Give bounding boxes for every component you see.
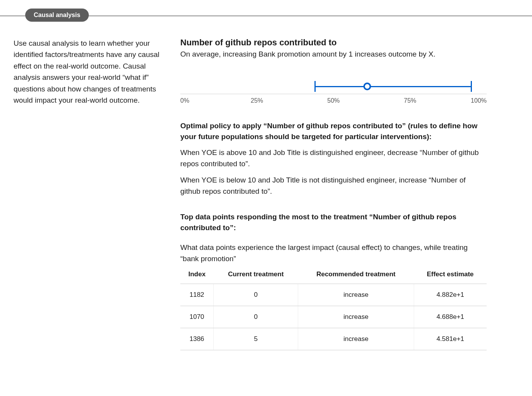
table-header-row: Index Current treatment Recommended trea… (180, 267, 487, 284)
confidence-interval-chart: 0%25%50%75%100% (180, 77, 487, 105)
top-points-description: What data points experience the largest … (180, 242, 487, 264)
cell-recommended: increase (298, 284, 414, 306)
cell-current: 5 (214, 328, 298, 350)
col-index: Index (180, 267, 214, 284)
intro-text: Use causal analysis to learn whether you… (14, 38, 167, 106)
cell-current: 0 (214, 284, 298, 306)
ci-point (363, 83, 371, 90)
ci-tick-label: 25% (250, 97, 263, 104)
cell-current: 0 (214, 306, 298, 328)
intro-column: Use causal analysis to learn whether you… (14, 38, 167, 350)
ci-tick-label: 0% (180, 97, 189, 104)
ci-whisker-left (314, 81, 316, 92)
cell-effect: 4.882e+1 (414, 284, 487, 306)
cell-recommended: increase (298, 306, 414, 328)
col-current-treatment: Current treatment (214, 267, 298, 284)
ci-tick-label: 50% (327, 97, 340, 104)
cell-effect: 4.688e+1 (414, 306, 487, 328)
cell-recommended: increase (298, 328, 414, 350)
top-points-header: Top data points responding the most to t… (180, 212, 487, 233)
table-row: 13865increase4.581e+1 (180, 328, 487, 350)
cell-index: 1182 (180, 284, 214, 306)
ci-axis (180, 94, 487, 94)
table-row: 10700increase4.688e+1 (180, 306, 487, 328)
policy-rule: When YOE is below 10 and Job Title is no… (180, 175, 487, 197)
tab-label: Causal analysis (34, 12, 80, 18)
table-row: 11820increase4.882e+1 (180, 284, 487, 306)
main-column: Number of github repos contributed to On… (180, 38, 487, 350)
policy-rules: When YOE is above 10 and Job Title is di… (180, 147, 487, 197)
policy-rule: When YOE is above 10 and Job Title is di… (180, 147, 487, 169)
policy-header: Optimal policy to apply “Number of githu… (180, 121, 487, 142)
col-effect-estimate: Effect estimate (414, 267, 487, 284)
section-divider: Causal analysis (0, 15, 532, 16)
feature-title: Number of github repos contributed to (180, 38, 487, 48)
ci-bar (315, 86, 472, 87)
tab-causal-analysis[interactable]: Causal analysis (25, 9, 89, 22)
cell-index: 1070 (180, 306, 214, 328)
cell-effect: 4.581e+1 (414, 328, 487, 350)
top-points-table: Index Current treatment Recommended trea… (180, 267, 487, 350)
ci-tick-label: 100% (471, 97, 487, 104)
ci-tick-label: 75% (404, 97, 416, 104)
col-recommended-treatment: Recommended treatment (298, 267, 414, 284)
cell-index: 1386 (180, 328, 214, 350)
ci-ticks: 0%25%50%75%100% (180, 97, 487, 105)
content-area: Use causal analysis to learn whether you… (0, 16, 532, 350)
feature-subtitle: On average, increasing Bank promotion am… (180, 50, 487, 59)
ci-whisker-right (471, 81, 472, 92)
